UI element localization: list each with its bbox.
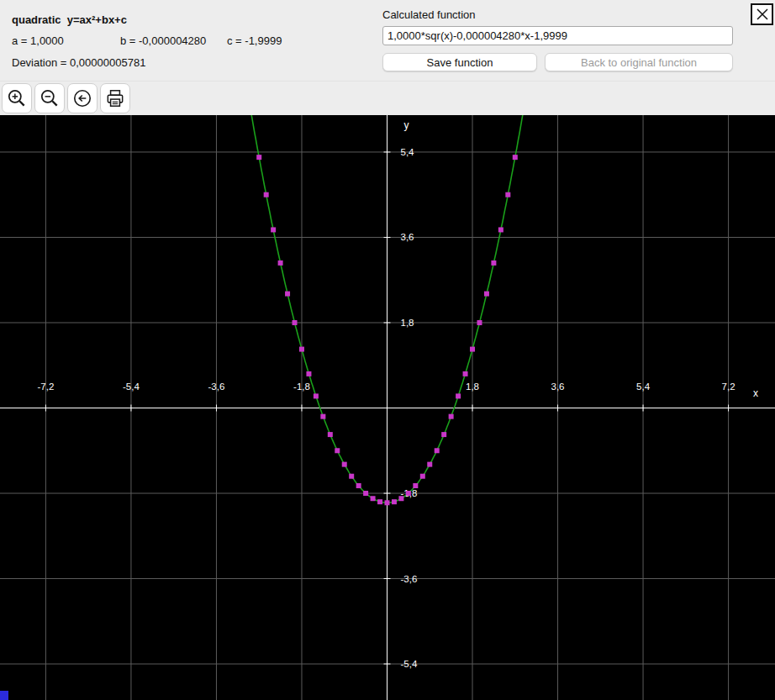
data-point [470, 347, 475, 352]
data-point [441, 432, 446, 437]
fit-results-panel: quadratic y=ax²+bx+c a = 1,0000b = -0,00… [0, 0, 775, 81]
zoom-in-button[interactable] [2, 83, 32, 113]
data-point [513, 155, 518, 160]
data-point [299, 347, 304, 352]
data-point [264, 192, 269, 197]
x-tick-label: 5,4 [636, 382, 651, 392]
plot-area: -7,2-5,4-3,6-1,81,83,65,47,25,43,61,8-1,… [0, 115, 775, 700]
y-tick-label: -3,6 [401, 574, 418, 584]
app-window: quadratic y=ax²+bx+c a = 1,0000b = -0,00… [0, 0, 775, 700]
corner-marker [0, 691, 8, 700]
back-arrow-icon [71, 87, 93, 109]
param-b: b = -0,000004280 [120, 34, 227, 47]
data-point [406, 491, 411, 496]
data-point [256, 155, 261, 160]
data-point [463, 371, 468, 376]
data-point [306, 371, 311, 376]
x-tick-label: 1,8 [466, 382, 479, 392]
data-point [328, 432, 333, 437]
data-point [456, 393, 461, 398]
data-point [435, 448, 440, 453]
data-point [398, 496, 403, 501]
x-tick-label: -1,8 [293, 382, 310, 392]
data-point [314, 393, 319, 398]
plot-toolbar [0, 81, 775, 115]
data-point [505, 192, 510, 197]
fit-parameters: a = 1,0000b = -0,000004280c = -1,9999 [12, 34, 282, 47]
close-button[interactable] [751, 3, 773, 25]
param-a: a = 1,0000 [12, 34, 120, 47]
data-point [420, 474, 425, 479]
x-tick-label: -3,6 [208, 382, 225, 392]
function-buttons: Save function Back to original function [382, 53, 733, 71]
x-axis-title: x [753, 387, 758, 399]
function-input[interactable] [382, 26, 733, 45]
back-button[interactable] [67, 83, 98, 113]
zoom-out-button[interactable] [34, 83, 65, 113]
data-point [349, 474, 354, 479]
data-point [293, 320, 298, 325]
zoom-in-icon [6, 87, 28, 109]
back-to-original-button[interactable]: Back to original function [545, 53, 733, 71]
model-title: quadratic y=ax²+bx+c [12, 13, 282, 26]
data-point [484, 292, 489, 297]
data-point [385, 500, 390, 505]
data-point [491, 261, 496, 266]
data-point [427, 462, 432, 467]
data-point [392, 499, 397, 504]
param-c: c = -1,9999 [227, 34, 282, 47]
plot-canvas[interactable]: -7,2-5,4-3,6-1,81,83,65,47,25,43,61,8-1,… [0, 115, 775, 700]
data-point [335, 448, 340, 453]
data-point [477, 320, 482, 325]
y-tick-label: 3,6 [401, 232, 414, 242]
data-point [371, 496, 376, 501]
y-axis-title: y [404, 119, 409, 131]
x-tick-label: -5,4 [123, 382, 140, 392]
zoom-out-icon [39, 87, 61, 109]
data-point [377, 499, 382, 504]
data-point [278, 261, 283, 266]
y-tick-label: 1,8 [401, 318, 414, 328]
calculated-function-panel: Calculated function Save function Back t… [382, 8, 733, 71]
close-icon [754, 6, 771, 23]
y-tick-label: -5,4 [401, 659, 418, 669]
data-point [342, 462, 347, 467]
data-point [449, 414, 454, 419]
data-point [356, 483, 361, 488]
data-point [498, 227, 503, 232]
data-point [320, 414, 325, 419]
x-tick-label: 7,2 [722, 382, 735, 392]
print-icon [104, 87, 126, 109]
deviation-value: Deviation = 0,00000005781 [12, 56, 282, 69]
data-point [271, 227, 276, 232]
x-tick-label: 3,6 [551, 382, 565, 392]
data-point [285, 292, 290, 297]
data-point [413, 483, 418, 488]
data-point [363, 491, 368, 496]
x-tick-label: -7,2 [38, 382, 55, 392]
calculated-function-label: Calculated function [382, 8, 733, 21]
save-function-button[interactable]: Save function [382, 53, 537, 71]
print-button[interactable] [100, 83, 130, 113]
y-tick-label: 5,4 [401, 147, 415, 157]
fit-info: quadratic y=ax²+bx+c a = 1,0000b = -0,00… [12, 13, 282, 69]
